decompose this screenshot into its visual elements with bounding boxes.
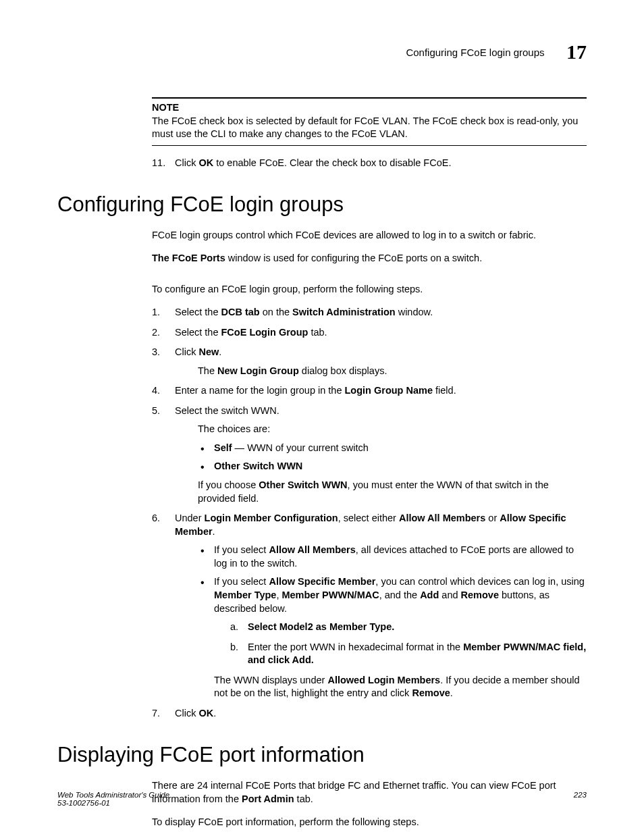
alpha-a: a. Select Model2 as Member Type. xyxy=(230,621,587,634)
step-5-after: If you choose Other Switch WWN, you must… xyxy=(198,479,587,505)
footer-docid: 53-1002756-01 xyxy=(57,799,587,807)
chapter-number: 17 xyxy=(566,41,587,63)
bullet-allow-all: If you select Allow All Members, all dev… xyxy=(198,544,587,570)
step-4: 4. Enter a name for the login group in t… xyxy=(152,384,587,398)
bullet-self: Self — WWN of your current switch xyxy=(198,442,587,455)
step-6-after: The WWN displays under Allowed Login Mem… xyxy=(214,674,587,700)
running-header: Configuring FCoE login groups 17 xyxy=(57,41,587,63)
section-heading-displaying: Displaying FCoE port information xyxy=(57,743,587,767)
sec2-p2: To display FCoE port information, perfor… xyxy=(152,816,587,829)
header-title: Configuring FCoE login groups xyxy=(406,47,544,58)
steps-continued: 11. Click OK to enable FCoE. Clear the c… xyxy=(152,157,587,170)
page-footer: Web Tools Administrator's Guide 53-10027… xyxy=(57,791,587,807)
bullet-allow-specific: If you select Allow Specific Member, you… xyxy=(198,575,587,700)
step-3: 3. Click New. The New Login Group dialog… xyxy=(152,346,587,377)
step-6-alpha: a. Select Model2 as Member Type. b. Ente… xyxy=(230,621,587,667)
sec1-p1: FCoE login groups control which FCoE dev… xyxy=(152,229,587,242)
step-5-choices-intro: The choices are: xyxy=(198,423,587,436)
step-5-bullets: Self — WWN of your current switch Other … xyxy=(198,442,587,473)
page-content: Configuring FCoE login groups 17 NOTE Th… xyxy=(57,41,587,834)
section-heading-configuring: Configuring FCoE login groups xyxy=(57,192,587,217)
note-box: NOTE The FCoE check box is selected by d… xyxy=(152,97,587,146)
sec1-p2: The FCoE Ports window is used for config… xyxy=(152,252,587,265)
note-text: The FCoE check box is selected by defaul… xyxy=(152,115,587,141)
step-3-sub: The New Login Group dialog box displays. xyxy=(198,365,587,378)
note-label: NOTE xyxy=(152,101,587,115)
sec1-p3: To configure an FCoE login group, perfor… xyxy=(152,283,587,296)
bullet-other-wwn: Other Switch WWN xyxy=(198,460,587,473)
sec1-steps: 1. Select the DCB tab on the Switch Admi… xyxy=(152,306,587,721)
step-11: 11. Click OK to enable FCoE. Clear the c… xyxy=(152,157,587,170)
page-number: 223 xyxy=(574,791,587,799)
step-1: 1. Select the DCB tab on the Switch Admi… xyxy=(152,306,587,319)
footer-title: Web Tools Administrator's Guide xyxy=(57,791,587,799)
alpha-b: b. Enter the port WWN in hexadecimal for… xyxy=(230,641,587,667)
step-6-bullets: If you select Allow All Members, all dev… xyxy=(198,544,587,700)
step-6: 6. Under Login Member Configuration, sel… xyxy=(152,512,587,700)
step-2: 2. Select the FCoE Login Group tab. xyxy=(152,326,587,340)
step-5: 5. Select the switch WWN. The choices ar… xyxy=(152,405,587,505)
step-7: 7. Click OK. xyxy=(152,707,587,721)
